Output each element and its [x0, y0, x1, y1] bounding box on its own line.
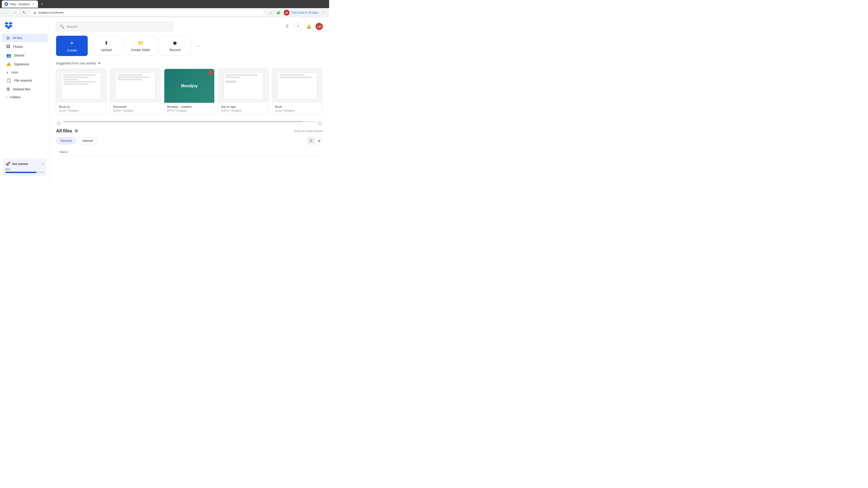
app-layout: ⊞ All files 🖼 Photos 👥 Shared ✍ Signatur…: [0, 17, 329, 183]
file-thumbnail-document: [110, 69, 160, 103]
rocket-icon: 🚀: [5, 161, 10, 166]
notifications-button[interactable]: 🔔: [305, 22, 313, 31]
reload-button[interactable]: ↻: [21, 9, 27, 16]
progress-label: 80%: [5, 168, 44, 171]
user-avatar[interactable]: LD: [315, 23, 323, 30]
folders-toggle[interactable]: › Folders: [2, 94, 48, 101]
tabs-row: Recents Starred ☰ ⊞: [56, 137, 323, 144]
back-button[interactable]: ←: [3, 9, 9, 16]
sidebar-item-file-requests[interactable]: 📋 File requests: [2, 76, 48, 85]
url-text: dropbox.com/home: [38, 11, 64, 14]
file-info-doc-sign: Doc to sign DOCX • Dropbox: [218, 103, 268, 115]
doc-thumbnail: [61, 72, 101, 99]
doc-line: [63, 76, 88, 78]
more-actions-button[interactable]: ⋯: [193, 42, 202, 50]
tab-close-button[interactable]: ✕: [32, 2, 35, 6]
file-card-book1[interactable]: Book (1) XLSX • Dropbox: [56, 69, 106, 115]
search-placeholder: Search: [67, 25, 78, 29]
all-files-settings-icon[interactable]: ⚙: [74, 129, 78, 133]
tab-recents[interactable]: Recents: [56, 137, 76, 144]
file-requests-icon: 📋: [6, 78, 11, 83]
scroll-track: [63, 121, 315, 122]
help-button[interactable]: ?: [294, 22, 302, 31]
doc-line: [225, 74, 258, 76]
suggested-section-header: Suggested from your activity 👁: [56, 61, 323, 65]
sort-ascending-icon: ↑: [68, 151, 70, 153]
upload-button[interactable]: ⬆ Upload: [90, 36, 122, 56]
doc-line: [117, 79, 143, 80]
sidebar-item-photos[interactable]: 🖼 Photos: [2, 42, 48, 51]
collapse-get-started-button[interactable]: ∧: [42, 162, 44, 165]
file-thumbnail-doc-sign: [218, 69, 268, 103]
get-started-card[interactable]: 🚀 Get started ∧ 80%: [3, 159, 47, 176]
create-folder-button[interactable]: 📁 Create folder: [125, 36, 156, 56]
file-name: Moodjoy ...entation: [167, 105, 212, 108]
sidebar-photos-label: Photos: [13, 45, 23, 48]
top-bar: 🔍 Search ⠿ ? 🔔 LD: [56, 22, 323, 31]
address-actions: ☆ 🧩 LD Trial ends in 29 days ⋮: [268, 9, 327, 16]
apps-button[interactable]: ⠿: [283, 22, 291, 31]
doc-line: [225, 80, 236, 83]
progress-bar-fill: [5, 172, 36, 173]
file-name: Book: [275, 105, 320, 108]
create-button[interactable]: + Create: [56, 36, 88, 56]
file-cards-list: Book (1) XLSX • Dropbox: [56, 69, 323, 115]
sidebar-item-shared[interactable]: 👥 Shared: [2, 51, 48, 60]
grid-view-button[interactable]: ⊞: [315, 137, 323, 144]
doc-line: [63, 84, 88, 85]
file-card-book[interactable]: Book XLSX • Dropbox: [272, 69, 322, 115]
name-column-header[interactable]: Name ↑: [60, 150, 319, 154]
visibility-icon[interactable]: 👁: [98, 61, 101, 65]
all-files-icon: ⊞: [6, 35, 10, 40]
menu-icon[interactable]: ⋮: [320, 9, 327, 16]
sidebar-bottom: 🚀 Get started ∧ 80%: [0, 155, 50, 180]
extensions-icon[interactable]: 🧩: [276, 9, 282, 16]
new-tab-button[interactable]: +: [39, 1, 45, 7]
upload-icon: ⬆: [104, 40, 108, 46]
create-folder-icon: 📁: [138, 40, 144, 46]
get-started-label: Get started: [12, 162, 28, 166]
trial-badge[interactable]: Trial ends in 29 days: [291, 11, 318, 14]
file-card-moodjoy[interactable]: Moodjoy Moodjoy ...entation PPTX • Dropb…: [164, 69, 215, 115]
active-tab[interactable]: Files - Dropbox ✕: [2, 0, 38, 8]
list-view-button[interactable]: ☰: [307, 137, 315, 144]
sidebar-all-files-label: All files: [12, 36, 22, 40]
file-card-document[interactable]: Document DOCX • Dropbox: [110, 69, 160, 115]
top-actions: ⠿ ? 🔔 LD: [283, 22, 323, 31]
sidebar-item-all-files[interactable]: ⊞ All files: [2, 34, 48, 42]
get-started-title: 🚀 Get started: [5, 161, 28, 166]
create-icon: +: [70, 39, 73, 46]
sidebar-item-signatures[interactable]: ✍ Signatures: [2, 60, 48, 68]
doc-line: [117, 74, 143, 76]
main-content: 🔍 Search ⠿ ? 🔔 LD + Create ⬆ Upload 📁: [50, 17, 329, 183]
folders-label: Folders: [10, 95, 21, 99]
record-icon: ⏺: [173, 40, 178, 46]
doc-line: [279, 76, 312, 78]
star-icon[interactable]: ☆: [268, 9, 274, 16]
tab-starred[interactable]: Starred: [78, 137, 97, 144]
tab-favicon: [4, 2, 8, 6]
scroll-left-button[interactable]: ‹: [56, 121, 61, 126]
photos-icon: 🖼: [6, 44, 10, 49]
table-header: Name ↑: [56, 148, 323, 156]
scroll-right-button[interactable]: ›: [317, 121, 323, 126]
doc-line: [63, 79, 78, 80]
access-label: Only you have access: [294, 129, 323, 133]
file-thumbnail-moodjoy: Moodjoy: [164, 69, 214, 103]
file-thumbnail-book: [272, 69, 322, 103]
suggested-title: Suggested from your activity: [56, 61, 96, 65]
forward-button[interactable]: →: [12, 9, 18, 16]
upload-label: Upload: [101, 48, 112, 52]
url-bar[interactable]: 🔒 dropbox.com/home: [30, 9, 265, 16]
view-toggles: ☰ ⊞: [307, 137, 323, 144]
file-name: Document: [113, 105, 158, 108]
sidebar-item-deleted-files[interactable]: 🗑 Deleted files: [2, 85, 48, 93]
record-button[interactable]: ⏺ Record: [159, 36, 191, 56]
less-toggle[interactable]: ∨ Less: [2, 69, 48, 76]
search-bar[interactable]: 🔍 Search: [56, 22, 174, 31]
profile-button[interactable]: LD: [284, 10, 289, 15]
file-name: Book (1): [59, 105, 103, 108]
doc-line: [279, 74, 305, 76]
file-card-doc-sign[interactable]: Doc to sign DOCX • Dropbox: [218, 69, 269, 115]
sidebar-logo[interactable]: [0, 21, 50, 33]
